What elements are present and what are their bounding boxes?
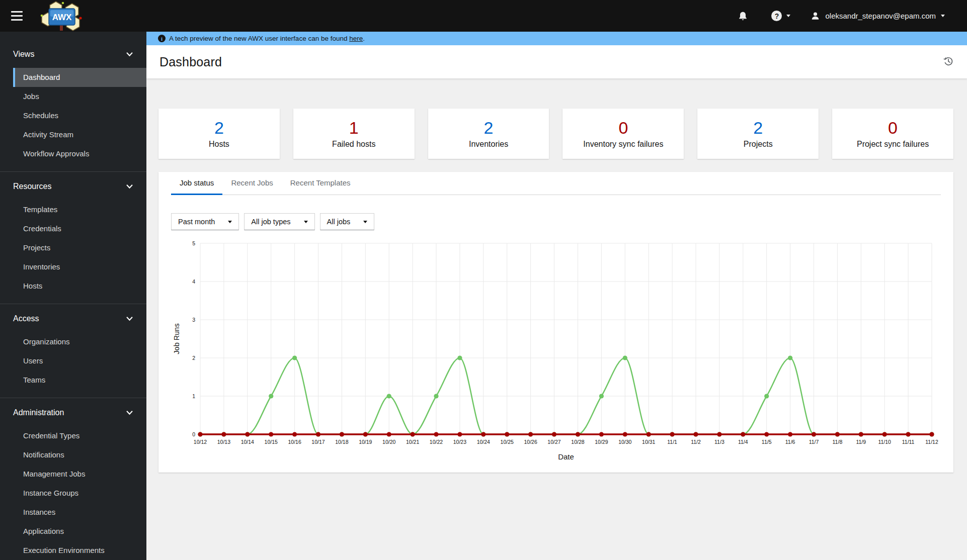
card-failed-hosts[interactable]: 1Failed hosts — [293, 109, 415, 159]
nav-toggle-button[interactable] — [2, 0, 32, 32]
chevron-down-icon — [941, 15, 945, 17]
svg-text:10/28: 10/28 — [571, 439, 584, 445]
chevron-down-icon — [126, 52, 133, 57]
tech-preview-banner: i A tech preview of the new AWX user int… — [146, 32, 967, 45]
summary-cards: 2Hosts1Failed hosts2Inventories0Inventor… — [158, 109, 953, 159]
svg-text:10/31: 10/31 — [642, 439, 655, 445]
svg-text:10/20: 10/20 — [382, 439, 395, 445]
card-hosts[interactable]: 2Hosts — [158, 109, 280, 159]
svg-text:10/29: 10/29 — [595, 439, 608, 445]
svg-text:10/15: 10/15 — [265, 439, 278, 445]
tab-recent-templates[interactable]: Recent Templates — [282, 172, 359, 195]
svg-text:11/11: 11/11 — [902, 439, 915, 445]
awx-app: AWX ? oleksandr_stepanov@epam.com — [0, 0, 967, 560]
nav-item-applications[interactable]: Applications — [13, 522, 146, 541]
nav-section-header-administration[interactable]: Administration — [0, 405, 146, 420]
user-menu-button[interactable]: oleksandr_stepanov@epam.com — [811, 11, 945, 21]
nav-section-title: Administration — [13, 408, 64, 417]
svg-text:11/1: 11/1 — [667, 439, 677, 445]
svg-text:10/19: 10/19 — [359, 439, 372, 445]
card-value[interactable]: 0 — [618, 119, 628, 136]
info-icon: i — [158, 35, 166, 42]
nav-item-activity-stream[interactable]: Activity Stream — [13, 125, 146, 144]
card-value[interactable]: 2 — [214, 119, 224, 136]
page-header: Dashboard — [146, 45, 967, 78]
svg-text:10/13: 10/13 — [217, 439, 230, 445]
nav-item-users[interactable]: Users — [13, 351, 146, 370]
svg-text:4: 4 — [192, 278, 195, 285]
nav-section-resources: ResourcesTemplatesCredentialsProjectsInv… — [0, 171, 146, 304]
chevron-down-icon — [126, 410, 133, 415]
svg-text:10/18: 10/18 — [335, 439, 348, 445]
nav-item-jobs[interactable]: Jobs — [13, 87, 146, 106]
nav-item-schedules[interactable]: Schedules — [13, 106, 146, 125]
select-value: Past month — [178, 218, 215, 226]
card-label: Inventories — [469, 140, 508, 149]
tech-preview-here-link[interactable]: here — [349, 35, 363, 42]
tab-job-status[interactable]: Job status — [171, 172, 222, 195]
nav-item-credentials[interactable]: Credentials — [13, 219, 146, 238]
card-value[interactable]: 2 — [753, 119, 763, 136]
svg-text:10/25: 10/25 — [501, 439, 514, 445]
nav-item-execution-environments[interactable]: Execution Environments — [13, 541, 146, 560]
notifications-bell-icon[interactable] — [738, 11, 748, 22]
chevron-down-icon — [304, 221, 308, 223]
svg-text:11/7: 11/7 — [809, 439, 819, 445]
card-label: Inventory sync failures — [583, 140, 663, 149]
card-label: Failed hosts — [332, 140, 375, 149]
nav-item-templates[interactable]: Templates — [13, 200, 146, 219]
job-select[interactable]: All jobs — [320, 213, 375, 230]
banner-text: A tech preview of the new AWX user inter… — [169, 35, 365, 42]
chart-axis-labels: 01234510/1210/1310/1410/1510/1610/1710/1… — [192, 240, 938, 445]
card-label: Project sync failures — [857, 140, 929, 149]
help-menu-button[interactable]: ? — [771, 11, 790, 21]
nav-item-hosts[interactable]: Hosts — [13, 276, 146, 296]
job-status-panel: Job statusRecent JobsRecent Templates Pa… — [158, 172, 953, 473]
job-status-chart: 01234510/1210/1310/1410/1510/1610/1710/1… — [171, 236, 941, 470]
nav-item-instance-groups[interactable]: Instance Groups — [13, 484, 146, 503]
card-inventory-sync-failures[interactable]: 0Inventory sync failures — [562, 109, 684, 159]
svg-text:10/21: 10/21 — [406, 439, 419, 445]
svg-text:11/12: 11/12 — [925, 439, 938, 445]
nav-item-organizations[interactable]: Organizations — [13, 332, 146, 351]
series-failed-jobs — [198, 432, 934, 436]
period-select[interactable]: Past month — [171, 213, 239, 230]
nav-item-inventories[interactable]: Inventories — [13, 257, 146, 276]
svg-text:10/17: 10/17 — [311, 439, 325, 445]
main-content: i A tech preview of the new AWX user int… — [146, 32, 967, 560]
page-title: Dashboard — [159, 55, 222, 69]
card-projects[interactable]: 2Projects — [697, 109, 819, 159]
nav-item-teams[interactable]: Teams — [13, 370, 146, 390]
nav-item-workflow-approvals[interactable]: Workflow Approvals — [13, 144, 146, 163]
awx-logo[interactable]: AWX — [38, 0, 86, 32]
topbar: AWX ? oleksandr_stepanov@epam.com — [0, 0, 967, 32]
user-icon — [811, 11, 820, 21]
card-value[interactable]: 2 — [484, 119, 494, 136]
job-type-select[interactable]: All job types — [244, 213, 314, 230]
nav-section-header-access[interactable]: Access — [0, 311, 146, 326]
select-value: All jobs — [327, 218, 351, 226]
panel-tabs: Job statusRecent JobsRecent Templates — [171, 172, 941, 195]
nav-item-management-jobs[interactable]: Management Jobs — [13, 464, 146, 484]
card-value[interactable]: 1 — [349, 119, 359, 136]
nav-item-dashboard[interactable]: Dashboard — [13, 68, 146, 87]
card-project-sync-failures[interactable]: 0Project sync failures — [832, 109, 953, 159]
chart-xlabel: Date — [558, 452, 574, 461]
select-value: All job types — [251, 218, 290, 226]
card-value[interactable]: 0 — [888, 119, 898, 136]
activity-stream-history-icon[interactable] — [943, 56, 954, 68]
nav-item-credential-types[interactable]: Credential Types — [13, 426, 146, 445]
chart-grid — [200, 243, 932, 434]
nav-item-instances[interactable]: Instances — [13, 503, 146, 522]
svg-text:10/30: 10/30 — [618, 439, 631, 445]
nav-section-header-resources[interactable]: Resources — [0, 179, 146, 194]
card-inventories[interactable]: 2Inventories — [428, 109, 549, 159]
topbar-actions: ? oleksandr_stepanov@epam.com — [738, 11, 967, 22]
nav-item-projects[interactable]: Projects — [13, 238, 146, 257]
nav-item-notifications[interactable]: Notifications — [13, 445, 146, 464]
tab-recent-jobs[interactable]: Recent Jobs — [222, 172, 281, 195]
nav-section-header-views[interactable]: Views — [0, 47, 146, 62]
svg-text:2: 2 — [192, 355, 195, 361]
svg-text:0: 0 — [192, 431, 195, 437]
svg-text:10/23: 10/23 — [453, 439, 466, 445]
